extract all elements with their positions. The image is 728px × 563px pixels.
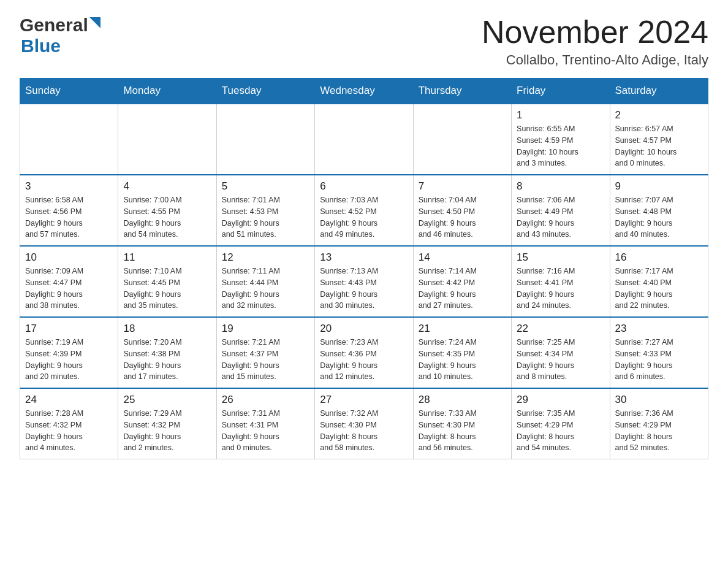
day-number: 15 xyxy=(517,251,604,264)
day-number: 28 xyxy=(419,394,506,406)
day-number: 7 xyxy=(419,180,506,193)
calendar-cell: 17Sunrise: 7:19 AMSunset: 4:39 PMDayligh… xyxy=(20,317,118,388)
weekday-header-sunday: Sunday xyxy=(20,79,118,104)
week-row-1: 1Sunrise: 6:55 AMSunset: 4:59 PMDaylight… xyxy=(20,104,708,175)
month-title: November 2024 xyxy=(482,15,708,50)
logo-general: General xyxy=(20,15,88,36)
calendar-cell: 6Sunrise: 7:03 AMSunset: 4:52 PMDaylight… xyxy=(315,175,413,246)
location-title: Collalbo, Trentino-Alto Adige, Italy xyxy=(482,52,708,68)
calendar-cell: 27Sunrise: 7:32 AMSunset: 4:30 PMDayligh… xyxy=(315,388,413,459)
page-header: General Blue November 2024 Collalbo, Tre… xyxy=(20,15,708,68)
calendar-cell: 28Sunrise: 7:33 AMSunset: 4:30 PMDayligh… xyxy=(413,388,511,459)
week-row-4: 17Sunrise: 7:19 AMSunset: 4:39 PMDayligh… xyxy=(20,317,708,388)
day-info: Sunrise: 7:25 AMSunset: 4:34 PMDaylight:… xyxy=(517,337,604,383)
day-info: Sunrise: 7:00 AMSunset: 4:55 PMDaylight:… xyxy=(123,194,211,240)
day-number: 5 xyxy=(222,180,309,193)
day-info: Sunrise: 7:28 AMSunset: 4:32 PMDaylight:… xyxy=(25,408,113,454)
title-block: November 2024 Collalbo, Trentino-Alto Ad… xyxy=(482,15,708,68)
day-number: 9 xyxy=(615,180,703,193)
calendar-cell: 4Sunrise: 7:00 AMSunset: 4:55 PMDaylight… xyxy=(118,175,216,246)
day-number: 29 xyxy=(517,394,604,406)
day-number: 27 xyxy=(320,394,408,406)
weekday-header-monday: Monday xyxy=(118,79,216,104)
calendar-cell: 13Sunrise: 7:13 AMSunset: 4:43 PMDayligh… xyxy=(315,246,413,317)
day-info: Sunrise: 7:35 AMSunset: 4:29 PMDaylight:… xyxy=(517,408,604,454)
calendar-cell: 20Sunrise: 7:23 AMSunset: 4:36 PMDayligh… xyxy=(315,317,413,388)
calendar-cell: 24Sunrise: 7:28 AMSunset: 4:32 PMDayligh… xyxy=(20,388,118,459)
weekday-header-thursday: Thursday xyxy=(413,79,511,104)
day-info: Sunrise: 6:58 AMSunset: 4:56 PMDaylight:… xyxy=(25,194,113,240)
calendar-cell: 16Sunrise: 7:17 AMSunset: 4:40 PMDayligh… xyxy=(610,246,708,317)
day-info: Sunrise: 6:57 AMSunset: 4:57 PMDaylight:… xyxy=(615,123,703,169)
calendar-cell: 14Sunrise: 7:14 AMSunset: 4:42 PMDayligh… xyxy=(413,246,511,317)
calendar-cell xyxy=(413,104,511,175)
day-number: 23 xyxy=(615,323,703,335)
calendar-cell: 1Sunrise: 6:55 AMSunset: 4:59 PMDaylight… xyxy=(512,104,610,175)
day-info: Sunrise: 7:24 AMSunset: 4:35 PMDaylight:… xyxy=(419,337,506,383)
day-info: Sunrise: 7:01 AMSunset: 4:53 PMDaylight:… xyxy=(222,194,309,240)
day-info: Sunrise: 7:17 AMSunset: 4:40 PMDaylight:… xyxy=(615,266,703,312)
calendar-cell: 8Sunrise: 7:06 AMSunset: 4:49 PMDaylight… xyxy=(512,175,610,246)
day-number: 2 xyxy=(615,109,703,121)
calendar-cell: 25Sunrise: 7:29 AMSunset: 4:32 PMDayligh… xyxy=(118,388,216,459)
day-info: Sunrise: 7:16 AMSunset: 4:41 PMDaylight:… xyxy=(517,266,604,312)
calendar-cell: 22Sunrise: 7:25 AMSunset: 4:34 PMDayligh… xyxy=(512,317,610,388)
week-row-5: 24Sunrise: 7:28 AMSunset: 4:32 PMDayligh… xyxy=(20,388,708,459)
calendar-cell: 12Sunrise: 7:11 AMSunset: 4:44 PMDayligh… xyxy=(216,246,314,317)
day-number: 17 xyxy=(25,323,113,335)
calendar-cell: 30Sunrise: 7:36 AMSunset: 4:29 PMDayligh… xyxy=(610,388,708,459)
calendar-cell: 9Sunrise: 7:07 AMSunset: 4:48 PMDaylight… xyxy=(610,175,708,246)
day-info: Sunrise: 7:07 AMSunset: 4:48 PMDaylight:… xyxy=(615,194,703,240)
day-info: Sunrise: 7:04 AMSunset: 4:50 PMDaylight:… xyxy=(419,194,506,240)
day-info: Sunrise: 7:06 AMSunset: 4:49 PMDaylight:… xyxy=(517,194,604,240)
svg-marker-0 xyxy=(89,17,100,28)
week-row-3: 10Sunrise: 7:09 AMSunset: 4:47 PMDayligh… xyxy=(20,246,708,317)
day-number: 14 xyxy=(419,251,506,264)
weekday-header-wednesday: Wednesday xyxy=(315,79,413,104)
calendar-cell: 15Sunrise: 7:16 AMSunset: 4:41 PMDayligh… xyxy=(512,246,610,317)
day-info: Sunrise: 7:14 AMSunset: 4:42 PMDaylight:… xyxy=(419,266,506,312)
weekday-header-friday: Friday xyxy=(512,79,610,104)
day-info: Sunrise: 7:11 AMSunset: 4:44 PMDaylight:… xyxy=(222,266,309,312)
day-number: 1 xyxy=(517,109,604,121)
day-number: 25 xyxy=(123,394,211,406)
day-number: 20 xyxy=(320,323,408,335)
calendar-cell: 11Sunrise: 7:10 AMSunset: 4:45 PMDayligh… xyxy=(118,246,216,317)
day-info: Sunrise: 7:36 AMSunset: 4:29 PMDaylight:… xyxy=(615,408,703,454)
day-number: 24 xyxy=(25,394,113,406)
day-info: Sunrise: 7:10 AMSunset: 4:45 PMDaylight:… xyxy=(123,266,211,312)
day-info: Sunrise: 7:13 AMSunset: 4:43 PMDaylight:… xyxy=(320,266,408,312)
day-number: 26 xyxy=(222,394,309,406)
calendar-cell: 5Sunrise: 7:01 AMSunset: 4:53 PMDaylight… xyxy=(216,175,314,246)
calendar-cell: 23Sunrise: 7:27 AMSunset: 4:33 PMDayligh… xyxy=(610,317,708,388)
calendar-cell xyxy=(118,104,216,175)
day-info: Sunrise: 7:09 AMSunset: 4:47 PMDaylight:… xyxy=(25,266,113,312)
day-number: 6 xyxy=(320,180,408,193)
day-number: 19 xyxy=(222,323,309,335)
logo-triangle-icon xyxy=(89,17,100,31)
calendar-cell: 19Sunrise: 7:21 AMSunset: 4:37 PMDayligh… xyxy=(216,317,314,388)
day-info: Sunrise: 6:55 AMSunset: 4:59 PMDaylight:… xyxy=(517,123,604,169)
day-number: 21 xyxy=(419,323,506,335)
weekday-header-saturday: Saturday xyxy=(610,79,708,104)
day-info: Sunrise: 7:33 AMSunset: 4:30 PMDaylight:… xyxy=(419,408,506,454)
day-info: Sunrise: 7:20 AMSunset: 4:38 PMDaylight:… xyxy=(123,337,211,383)
day-number: 30 xyxy=(615,394,703,406)
logo: General Blue xyxy=(20,15,100,56)
day-number: 18 xyxy=(123,323,211,335)
day-info: Sunrise: 7:19 AMSunset: 4:39 PMDaylight:… xyxy=(25,337,113,383)
day-number: 3 xyxy=(25,180,113,193)
day-number: 4 xyxy=(123,180,211,193)
calendar-cell xyxy=(20,104,118,175)
calendar-cell: 2Sunrise: 6:57 AMSunset: 4:57 PMDaylight… xyxy=(610,104,708,175)
day-info: Sunrise: 7:03 AMSunset: 4:52 PMDaylight:… xyxy=(320,194,408,240)
day-number: 10 xyxy=(25,251,113,264)
logo-blue: Blue xyxy=(20,36,61,56)
day-info: Sunrise: 7:21 AMSunset: 4:37 PMDaylight:… xyxy=(222,337,309,383)
calendar-cell: 7Sunrise: 7:04 AMSunset: 4:50 PMDaylight… xyxy=(413,175,511,246)
calendar-cell: 21Sunrise: 7:24 AMSunset: 4:35 PMDayligh… xyxy=(413,317,511,388)
day-number: 12 xyxy=(222,251,309,264)
day-info: Sunrise: 7:23 AMSunset: 4:36 PMDaylight:… xyxy=(320,337,408,383)
calendar-table: SundayMondayTuesdayWednesdayThursdayFrid… xyxy=(20,78,708,459)
day-number: 22 xyxy=(517,323,604,335)
